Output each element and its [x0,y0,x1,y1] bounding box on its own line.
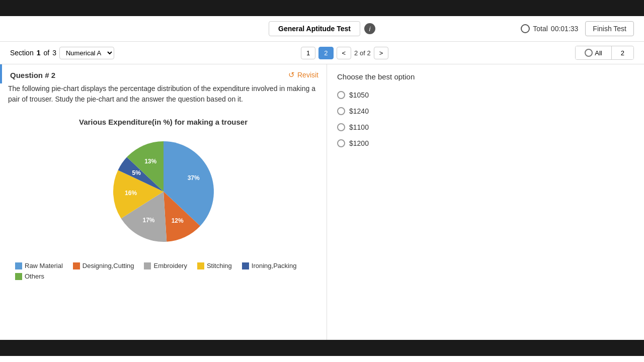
timer-value: 00:01:33 [551,25,579,33]
option-label-3: $1200 [349,139,369,147]
slice-label-0: 37% [187,174,199,182]
chart-container: 37%12%17%16%5%13% [0,131,327,252]
page-2-button[interactable]: 2 [318,47,333,59]
main-content: Question # 2 ↺ Revisit The following pie… [0,64,644,340]
option-3[interactable]: $1200 [337,139,634,147]
total-sections: 3 [52,49,56,57]
option-label-2: $1100 [349,123,369,131]
timer-area: Total 00:01:33 [521,24,578,33]
header-right: Total 00:01:33 Finish Test [375,21,634,36]
slice-label-1: 12% [171,217,183,224]
choose-title: Choose the best option [337,72,634,81]
legend-item-3: Stitching [197,262,232,269]
timer-label: Total [533,25,548,33]
clock-icon [521,24,530,33]
legend-label-0: Raw Material [25,262,63,269]
all-label: All [595,49,602,57]
option-0[interactable]: $1050 [337,91,634,99]
chart-title: Various Expenditure(in %) for making a t… [0,118,327,126]
legend-color-3 [197,262,204,269]
pie-chart: 37%12%17%16%5%13% [103,131,224,252]
legend-color-2 [144,262,151,269]
top-black-bar [0,0,644,16]
legend-item-1: Designing,Cutting [73,262,134,269]
legend-color-4 [242,262,249,269]
all-filter[interactable]: All [576,46,611,59]
radio-0 [337,91,345,99]
radio-3 [337,139,345,147]
legend-item-5: Others [15,273,44,280]
legend-label-3: Stitching [207,262,232,269]
slice-label-5: 13% [144,158,156,165]
question-count: 2 [612,47,633,59]
info-icon[interactable]: i [364,23,375,34]
question-number: Question # 2 [10,71,55,79]
section-bar: Section 1 of 3 Numerical A 1 2 < 2 of 2 … [0,42,644,64]
radio-1 [337,107,345,115]
question-text: The following pie-chart displays the per… [0,83,327,113]
header: General Aptitude Test i Total 00:01:33 F… [0,16,644,42]
page-info: 2 of 2 [354,49,371,57]
question-header: Question # 2 ↺ Revisit [0,64,327,83]
revisit-label: Revisit [297,71,318,79]
section-right: All 2 [575,46,634,60]
legend-item-2: Embroidery [144,262,187,269]
legend: Raw MaterialDesigning,CuttingEmbroideryS… [0,257,327,285]
section-left: Section 1 of 3 Numerical A [10,47,114,59]
header-center: General Aptitude Test i [269,21,375,36]
option-label-1: $1240 [349,107,369,115]
section-dropdown[interactable]: Numerical A [59,47,114,59]
legend-color-0 [15,262,22,269]
option-2[interactable]: $1100 [337,123,634,131]
option-1[interactable]: $1240 [337,107,634,115]
answer-panel: Choose the best option $1050$1240$1100$1… [327,64,644,340]
slice-label-3: 16% [125,190,137,197]
bottom-black-bar [0,340,644,356]
section-nav: 1 2 < 2 of 2 > [301,47,388,59]
next-button[interactable]: > [374,47,389,59]
prev-button[interactable]: < [337,47,352,59]
option-label-0: $1050 [349,91,369,99]
section-label: Section [10,49,34,57]
finish-test-button[interactable]: Finish Test [585,21,634,36]
revisit-icon: ↺ [288,70,295,79]
legend-color-1 [73,262,80,269]
legend-label-4: Ironing,Packing [252,262,297,269]
section-number: 1 [37,49,41,57]
question-panel: Question # 2 ↺ Revisit The following pie… [0,64,327,340]
legend-item-0: Raw Material [15,262,63,269]
revisit-button[interactable]: ↺ Revisit [288,70,318,79]
slice-label-4: 5% [132,169,141,176]
test-title-button[interactable]: General Aptitude Test [269,21,360,36]
legend-label-5: Others [25,273,44,280]
legend-label-2: Embroidery [153,262,187,269]
all-circle-icon [585,49,593,57]
page-1-button[interactable]: 1 [301,47,315,59]
legend-label-1: Designing,Cutting [83,262,134,269]
options-list: $1050$1240$1100$1200 [337,91,634,147]
legend-item-4: Ironing,Packing [242,262,297,269]
slice-label-2: 17% [142,217,154,224]
legend-color-5 [15,273,22,280]
radio-2 [337,123,345,131]
of-label: of [44,49,50,57]
